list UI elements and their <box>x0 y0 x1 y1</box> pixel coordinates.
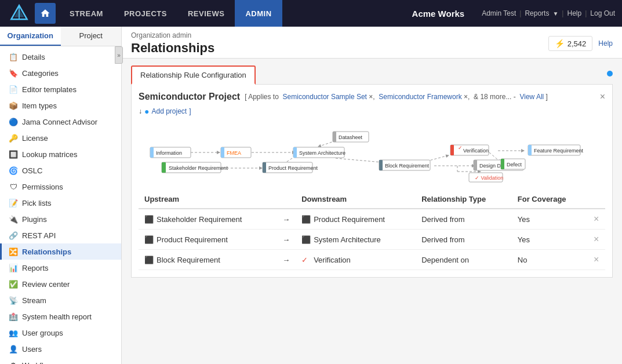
jama-advisor-icon: 🔵 <box>9 117 18 126</box>
view-all-link[interactable]: View All <box>519 93 544 101</box>
reports-link[interactable]: Reports <box>525 9 549 17</box>
sidebar-label-item-types: Item types <box>22 101 57 110</box>
sidebar-item-oslc[interactable]: 🌀 OSLC <box>0 162 121 179</box>
pick-lists-icon: 📝 <box>9 198 18 208</box>
add-project-row[interactable]: ↓ ● Add project ] <box>139 107 605 116</box>
tab-relationship-rule-config[interactable]: Relationship Rule Configuration <box>131 65 256 85</box>
nav-projects[interactable]: PROJECTS <box>114 0 177 27</box>
svg-rect-37 <box>474 160 477 170</box>
row1-upstream: ⬛ Stakeholder Requirement <box>139 209 277 230</box>
col-rel-type: Relationship Type <box>416 190 512 209</box>
add-project-arrow: ↓ <box>139 107 142 115</box>
row1-delete[interactable]: × <box>588 209 605 230</box>
relationship-diagram: Information FMEA Datasheet System Archit… <box>139 121 602 184</box>
sidebar-label-users: Users <box>22 345 42 354</box>
sidebar-item-categories[interactable]: 🔖 Categories <box>0 65 121 81</box>
sidebar-item-license[interactable]: 🔑 License <box>0 130 121 146</box>
sidebar-item-workflow[interactable]: ⚙ Workflow <box>0 357 121 364</box>
svg-text:Feature Requirement: Feature Requirement <box>534 148 584 154</box>
row3-delete[interactable]: × <box>588 250 605 270</box>
sidebar-label-review-center: Review center <box>22 280 70 289</box>
project-close-button[interactable]: × <box>600 92 605 102</box>
col-upstream: Upstream <box>139 190 277 209</box>
svg-rect-31 <box>162 162 166 173</box>
svg-text:✓ Validation: ✓ Validation <box>475 175 503 181</box>
sidebar-item-relationships[interactable]: 🔀 Relationships <box>0 243 121 260</box>
sidebar-label-license: License <box>22 134 48 143</box>
help-button[interactable]: Help <box>598 39 613 48</box>
stat-count: 2,542 <box>568 39 587 48</box>
sidebar: Organization Project 📋 Details 🔖 Categor… <box>0 27 122 364</box>
sidebar-item-reports[interactable]: 📊 Reports <box>0 260 121 276</box>
svg-rect-40 <box>450 145 454 155</box>
nav-stream[interactable]: STREAM <box>59 0 114 27</box>
info-dot[interactable] <box>607 71 613 77</box>
svg-rect-46 <box>501 159 504 169</box>
sidebar-item-jama-advisor[interactable]: 🔵 Jama Connect Advisor <box>0 114 121 130</box>
svg-rect-49 <box>528 145 532 155</box>
sidebar-label-relationships: Relationships <box>22 247 71 256</box>
sidebar-item-details[interactable]: 📋 Details <box>0 49 121 65</box>
sidebar-label-categories: Categories <box>22 69 59 78</box>
applies-link-2[interactable]: Semiconductor Framework <box>379 93 461 101</box>
sidebar-item-review-center[interactable]: ✅ Review center <box>0 276 121 292</box>
svg-text:FMEA: FMEA <box>227 150 241 156</box>
sidebar-item-stream[interactable]: 📡 Stream <box>0 292 121 308</box>
sidebar-item-plugins[interactable]: 🔌 Plugins <box>0 211 121 227</box>
tab-organization[interactable]: Organization <box>0 27 61 46</box>
lookup-matrices-icon: 🔲 <box>9 150 18 159</box>
sidebar-item-users[interactable]: 👤 Users <box>0 341 121 357</box>
sidebar-item-item-types[interactable]: 📦 Item types <box>0 97 121 114</box>
tab-bar: Relationship Rule Configuration <box>131 65 613 85</box>
sidebar-item-lookup-matrices[interactable]: 🔲 Lookup matrices <box>0 146 121 162</box>
sidebar-label-stream: Stream <box>22 296 46 305</box>
nav-admin[interactable]: ADMIN <box>235 0 282 27</box>
add-project-plus-icon: ● <box>144 107 149 116</box>
row3-arrow: → <box>277 250 296 270</box>
sidebar-label-jama-advisor: Jama Connect Advisor <box>22 118 97 126</box>
sidebar-item-rest-api[interactable]: 🔗 REST API <box>0 227 121 243</box>
row3-coverage: No <box>512 250 588 270</box>
org-name: Acme Works <box>412 9 465 19</box>
sidebar-item-pick-lists[interactable]: 📝 Pick lists <box>0 195 121 211</box>
details-icon: 📋 <box>9 52 18 61</box>
content-area: Organization admin Relationships ⚡ 2,542… <box>122 27 622 364</box>
table-row: ⬛ Stakeholder Requirement → ⬛ Product Re… <box>139 209 605 230</box>
row2-rel-type: Derived from <box>416 230 512 250</box>
admin-test-link[interactable]: Admin Test <box>482 9 516 17</box>
rule-panel: Semiconductor Project [ Applies to Semic… <box>131 85 613 278</box>
top-nav: STREAM PROJECTS REVIEWS ADMIN Acme Works… <box>0 0 622 27</box>
home-button[interactable] <box>35 3 56 24</box>
row1-downstream: ⬛ Product Requirement <box>296 209 416 230</box>
svg-text:Defect: Defect <box>507 162 522 168</box>
nav-reviews[interactable]: REVIEWS <box>177 0 235 27</box>
svg-rect-22 <box>333 132 336 142</box>
help-link[interactable]: Help <box>567 9 581 17</box>
row2-delete[interactable]: × <box>588 230 605 250</box>
applies-link-1[interactable]: Semiconductor Sample Set <box>283 93 367 101</box>
table-row: ⬛ Product Requirement → ⬛ System Archite… <box>139 230 605 250</box>
col-downstream: Downstream <box>296 190 416 209</box>
sidebar-item-permissions[interactable]: 🛡 Permissions <box>0 179 121 195</box>
sidebar-item-editor-templates[interactable]: 📄 Editor templates <box>0 81 121 97</box>
sidebar-item-user-groups[interactable]: 👥 User groups <box>0 325 121 341</box>
logout-link[interactable]: Log Out <box>590 9 615 17</box>
breadcrumb: Organization admin <box>131 31 214 39</box>
svg-text:Block Requirement: Block Requirement <box>385 163 430 169</box>
tab-project[interactable]: Project <box>61 27 122 46</box>
sidebar-label-lookup-matrices: Lookup matrices <box>22 150 77 159</box>
sidebar-label-user-groups: User groups <box>22 329 63 337</box>
stat-icon: ⚡ <box>555 39 565 48</box>
row2-downstream: ⬛ System Architecture <box>296 230 416 250</box>
col-for-coverage: For Coverage <box>512 190 588 209</box>
page-title: Relationships <box>131 41 214 56</box>
sidebar-label-details: Details <box>22 53 45 61</box>
sidebar-collapse-button[interactable]: » <box>115 46 123 64</box>
main-layout: Organization Project 📋 Details 🔖 Categor… <box>0 27 622 364</box>
svg-rect-25 <box>293 147 297 158</box>
sidebar-label-oslc: OSLC <box>22 166 42 175</box>
row1-arrow: → <box>277 209 296 230</box>
row1-rel-type: Derived from <box>416 209 512 230</box>
sidebar-item-system-health[interactable]: 🏥 System health report <box>0 308 121 325</box>
item-types-icon: 📦 <box>9 101 18 110</box>
